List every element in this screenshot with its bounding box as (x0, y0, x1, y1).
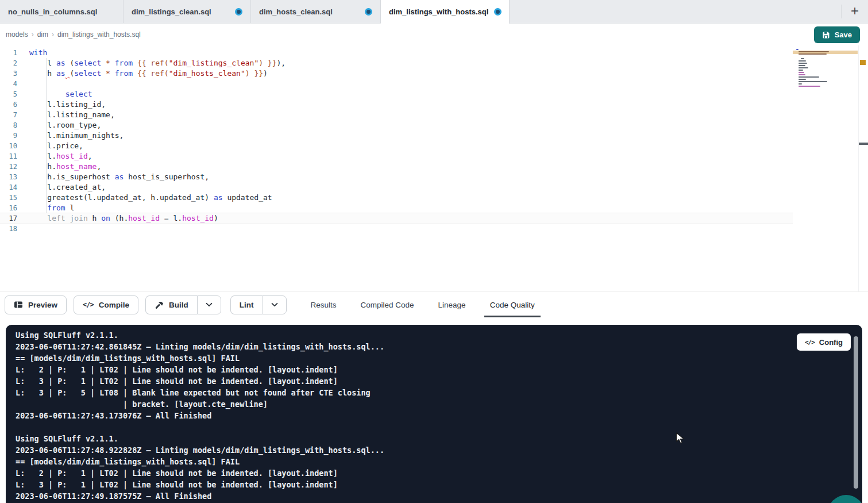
preview-button[interactable]: Preview (5, 295, 67, 314)
code-line[interactable]: 9 l.minimum_nights, (0, 130, 868, 141)
minimap-line (798, 86, 820, 87)
minimap-line (798, 70, 803, 71)
code-editor[interactable]: 1with2 l as (select * from {{ ref("dim_l… (0, 45, 868, 292)
build-dropdown-button[interactable] (197, 295, 221, 314)
line-number: 15 (0, 193, 17, 203)
code-line[interactable]: 18 (0, 224, 868, 234)
tab-code-quality[interactable]: Code Quality (489, 292, 536, 317)
code-line[interactable]: 17 left join h on (h.host_id = l.host_id… (0, 213, 793, 224)
tab-dim_hosts_clean[interactable]: dim_hosts_clean.sql (251, 0, 381, 23)
minimap-line (798, 83, 802, 85)
line-number: 2 (0, 58, 17, 68)
code-line[interactable]: 11 l.host_id, (0, 151, 868, 162)
lint-warning-marker-icon (860, 60, 866, 65)
terminal-scrollbar[interactable] (854, 336, 858, 489)
terminal-line: L: 3 | P: 1 | LT02 | Line should not be … (16, 375, 862, 387)
line-number: 3 (0, 68, 17, 79)
config-button[interactable]: </> Config (797, 333, 851, 351)
compile-label: Compile (99, 301, 129, 309)
tab-dim_listings_clean[interactable]: dim_listings_clean.sql (124, 0, 251, 23)
code-text: l.host_id, (29, 151, 92, 162)
breadcrumb: models›dim›dim_listings_with_hosts.sql (6, 30, 141, 39)
build-button[interactable]: Build (145, 295, 197, 314)
terminal-line: L: 2 | P: 1 | LT02 | Line should not be … (16, 467, 862, 479)
minimap[interactable] (796, 49, 857, 101)
tab-lineage[interactable]: Lineage (437, 292, 467, 317)
save-button[interactable]: Save (814, 26, 860, 43)
tab-label: dim_hosts_clean.sql (259, 7, 333, 16)
build-label: Build (169, 301, 188, 309)
code-text: l as (select * from {{ ref("dim_listings… (29, 58, 286, 68)
lint-dropdown-button[interactable] (263, 295, 287, 314)
chevron-down-icon (270, 300, 279, 309)
line-number: 7 (0, 110, 17, 120)
code-line[interactable]: 7 l.listing_name, (0, 110, 868, 120)
minimap-line (798, 74, 805, 75)
line-number: 18 (0, 224, 17, 234)
save-icon (822, 31, 830, 39)
compile-button[interactable]: </> Compile (74, 295, 138, 314)
code-text: l.price, (29, 141, 83, 151)
code-line[interactable]: 15 greatest(l.updated_at, h.updated_at) … (0, 193, 868, 203)
code-text: select (29, 89, 92, 99)
save-label: Save (835, 30, 852, 39)
breadcrumb-separator: › (52, 30, 54, 39)
code-line[interactable]: 12 h.host_name, (0, 162, 868, 172)
code-line[interactable]: 16 from l (0, 203, 868, 213)
code-line[interactable]: 14 l.created_at, (0, 182, 868, 193)
code-line[interactable]: 6 l.listing_id, (0, 99, 868, 110)
config-label: Config (819, 338, 843, 347)
code-line[interactable]: 3 h as (select * from {{ ref("dim_hosts_… (0, 68, 868, 79)
panel-tabs: ResultsCompiled CodeLineageCode Quality (310, 292, 536, 317)
minimap-line (798, 53, 827, 55)
line-number: 17 (0, 213, 17, 224)
tab-results[interactable]: Results (310, 292, 338, 317)
unsaved-changes-icon (494, 8, 501, 16)
terminal-output: Using SQLFluff v2.1.1.2023-06-06T11:27:4… (6, 325, 862, 502)
terminal-line: == [models/dim/dim_listings_with_hosts.s… (16, 352, 862, 364)
code-line[interactable]: 5 select (0, 89, 868, 99)
code-text: left join h on (h.host_id = l.host_id) (29, 213, 218, 224)
tab-compiled-code[interactable]: Compiled Code (360, 292, 415, 317)
minimap-line (798, 76, 819, 78)
line-number: 12 (0, 162, 17, 172)
action-toolbar: Preview </> Compile Build (0, 292, 868, 317)
terminal-line: == [models/dim/dim_listings_with_hosts.s… (16, 456, 862, 467)
code-text: h.is_superhost as host_is_superhost, (29, 172, 209, 182)
tab-label: dim_listings_with_hosts.sql (389, 7, 488, 16)
unsaved-changes-icon (365, 8, 372, 16)
line-number: 13 (0, 172, 17, 182)
line-number: 1 (0, 48, 17, 58)
line-number: 6 (0, 99, 17, 110)
minimap-line (798, 67, 808, 68)
lint-split-button: Lint (230, 295, 287, 314)
line-number: 8 (0, 120, 17, 130)
code-text: l.listing_name, (29, 110, 115, 120)
terminal-line (16, 421, 862, 433)
minimap-line (798, 51, 829, 52)
terminal-line: | bracket. [layout.cte_newline] (16, 398, 862, 410)
preview-label: Preview (28, 301, 57, 309)
code-line[interactable]: 8 l.room_type, (0, 120, 868, 130)
breadcrumb-bar: models›dim›dim_listings_with_hosts.sql S… (0, 24, 868, 45)
code-line[interactable]: 4 (0, 79, 868, 89)
terminal-line: Using SQLFluff v2.1.1. (16, 329, 862, 341)
tab-dim_listings_with_hosts[interactable]: dim_listings_with_hosts.sql (381, 0, 510, 24)
code-line[interactable]: 13 h.is_superhost as host_is_superhost, (0, 172, 868, 182)
terminal-line: 2023-06-06T11:27:43.173076Z — All Finish… (16, 410, 862, 421)
code-text: l.created_at, (29, 182, 106, 193)
code-line[interactable]: 1with (0, 48, 868, 58)
code-line[interactable]: 10 l.price, (0, 141, 868, 151)
breadcrumb-item: models (6, 30, 28, 39)
lint-button[interactable]: Lint (230, 295, 263, 314)
code-line[interactable]: 2 l as (select * from {{ ref("dim_listin… (0, 58, 868, 68)
tab-label: no_nulls_in_columns.sql (8, 7, 97, 16)
line-number: 4 (0, 79, 17, 89)
terminal-panel: Using SQLFluff v2.1.1.2023-06-06T11:27:4… (6, 325, 862, 503)
minimap-line (798, 60, 806, 62)
new-tab-button[interactable]: + (842, 0, 868, 23)
terminal-line: L: 3 | P: 5 | LT08 | Blank line expected… (16, 387, 862, 398)
breadcrumb-separator: › (32, 30, 34, 39)
chevron-down-icon (205, 300, 214, 309)
tab-no_nulls_in_columns[interactable]: no_nulls_in_columns.sql (0, 0, 124, 23)
